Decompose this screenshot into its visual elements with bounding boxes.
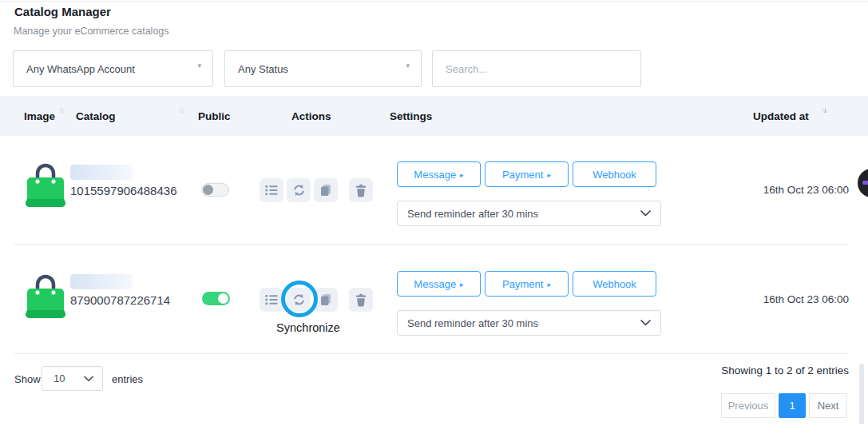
- sort-icon[interactable]: ↑↓: [58, 106, 63, 114]
- synchronize-button[interactable]: [287, 178, 311, 202]
- settings-group: Message ▸ Payment ▸ Webhook: [397, 161, 660, 187]
- duplicate-button[interactable]: [314, 178, 338, 202]
- message-label: Message: [414, 278, 456, 290]
- column-header-settings[interactable]: Settings: [390, 96, 432, 136]
- catalog-manager-page: Catalog Manager Manage your eCommerce ca…: [0, 0, 868, 430]
- list-icon: [265, 185, 278, 196]
- top-divider: [0, 1, 868, 2]
- actions-group: [260, 178, 376, 202]
- caret-down-icon: ▾: [406, 62, 410, 70]
- webhook-settings-button[interactable]: Webhook: [573, 161, 656, 187]
- caret-down-icon: ▾: [197, 62, 201, 70]
- column-header-catalog[interactable]: Catalog: [76, 96, 116, 136]
- sync-icon: [292, 293, 306, 306]
- reminder-select[interactable]: Send reminder after 30 mins: [397, 201, 661, 226]
- updated-at: 16th Oct 23 06:00: [689, 184, 849, 196]
- message-label: Message: [414, 169, 456, 181]
- current-page-button[interactable]: 1: [779, 393, 806, 418]
- copy-icon: [319, 293, 332, 306]
- toggle-knob: [218, 293, 228, 304]
- table-row: 1015597906488436 Message ▸ Payment: [0, 136, 868, 244]
- catalog-image: [25, 271, 66, 322]
- public-toggle[interactable]: [201, 183, 229, 197]
- updated-at: 16th Oct 23 06:00: [689, 293, 849, 305]
- payment-settings-button[interactable]: Payment ▸: [485, 161, 569, 187]
- column-header-updated-at[interactable]: Updated at: [753, 96, 809, 136]
- actions-group: [260, 288, 376, 312]
- show-label: Show: [14, 373, 41, 385]
- catalog-name-redacted: [70, 165, 133, 180]
- status-value: Any Status: [238, 63, 288, 75]
- catalog-name-redacted: [70, 274, 133, 289]
- toggle-knob: [203, 185, 213, 195]
- submenu-arrow-icon: ▸: [547, 281, 551, 289]
- entries-summary: Showing 1 to 2 of 2 entries: [721, 364, 849, 376]
- column-header-public[interactable]: Public: [198, 96, 231, 136]
- sync-icon: [292, 184, 306, 197]
- shopping-bag-icon: [25, 271, 66, 319]
- items-list-button[interactable]: [260, 288, 283, 312]
- reminder-value: Send reminder after 30 mins: [407, 208, 538, 220]
- scrollbar-thumb[interactable]: [859, 364, 864, 424]
- delete-button[interactable]: [349, 288, 373, 312]
- chevron-down-icon: [640, 210, 651, 217]
- page-size-value: 10: [54, 372, 65, 384]
- trash-icon: [355, 293, 367, 307]
- page-size-select[interactable]: 10: [42, 366, 103, 391]
- list-icon: [265, 294, 278, 305]
- settings-group: Message ▸ Payment ▸ Webhook: [397, 271, 660, 297]
- submenu-arrow-icon: ▸: [547, 171, 551, 179]
- row-divider: [14, 353, 849, 354]
- reminder-value: Send reminder after 30 mins: [407, 317, 538, 329]
- payment-label: Payment: [502, 278, 543, 290]
- entries-label: entries: [112, 373, 143, 385]
- catalog-id: 1015597906488436: [70, 184, 176, 197]
- whatsapp-account-value: Any WhatsApp Account: [26, 63, 135, 75]
- table-header: Image ↑↓ Catalog ↑↓ Public Actions Setti…: [0, 96, 868, 136]
- copy-icon: [319, 184, 332, 197]
- synchronize-tooltip: Synchronize: [264, 321, 352, 334]
- next-page-button[interactable]: Next: [809, 393, 847, 418]
- table-row: 879000787226714 Synchronize Message ▸: [0, 244, 868, 353]
- widget-dot-icon: [862, 181, 868, 185]
- webhook-label: Webhook: [593, 169, 636, 181]
- search-input[interactable]: [432, 50, 641, 87]
- message-settings-button[interactable]: Message ▸: [397, 271, 481, 297]
- webhook-settings-button[interactable]: Webhook: [573, 271, 656, 297]
- delete-button[interactable]: [349, 178, 373, 202]
- payment-label: Payment: [502, 169, 543, 181]
- whatsapp-account-dropdown[interactable]: Any WhatsApp Account ▾: [13, 50, 213, 87]
- sort-icon[interactable]: ↑↓: [178, 106, 183, 114]
- column-header-image[interactable]: Image: [24, 96, 55, 136]
- public-toggle[interactable]: [202, 292, 230, 305]
- shopping-bag-icon: [25, 160, 66, 208]
- sort-icon[interactable]: ↑↓: [821, 106, 826, 114]
- chevron-down-icon: [640, 320, 651, 326]
- submenu-arrow-icon: ▸: [460, 171, 464, 179]
- page-subtitle: Manage your eCommerce catalogs: [14, 26, 169, 37]
- synchronize-button[interactable]: [287, 288, 311, 312]
- previous-page-button[interactable]: Previous: [721, 393, 775, 418]
- chevron-down-icon: [84, 376, 93, 382]
- trash-icon: [355, 184, 367, 197]
- status-dropdown[interactable]: Any Status ▾: [224, 50, 422, 87]
- catalog-id: 879000787226714: [70, 293, 170, 307]
- submenu-arrow-icon: ▸: [460, 281, 464, 289]
- items-list-button[interactable]: [260, 178, 283, 202]
- message-settings-button[interactable]: Message ▸: [397, 161, 481, 187]
- pagination: Previous 1 Next: [721, 393, 847, 418]
- page-title: Catalog Manager: [14, 5, 111, 18]
- catalog-image: [25, 160, 66, 211]
- reminder-select[interactable]: Send reminder after 30 mins: [397, 310, 661, 336]
- webhook-label: Webhook: [593, 278, 636, 290]
- duplicate-button[interactable]: [314, 288, 338, 312]
- payment-settings-button[interactable]: Payment ▸: [485, 271, 569, 297]
- column-header-actions[interactable]: Actions: [291, 96, 331, 136]
